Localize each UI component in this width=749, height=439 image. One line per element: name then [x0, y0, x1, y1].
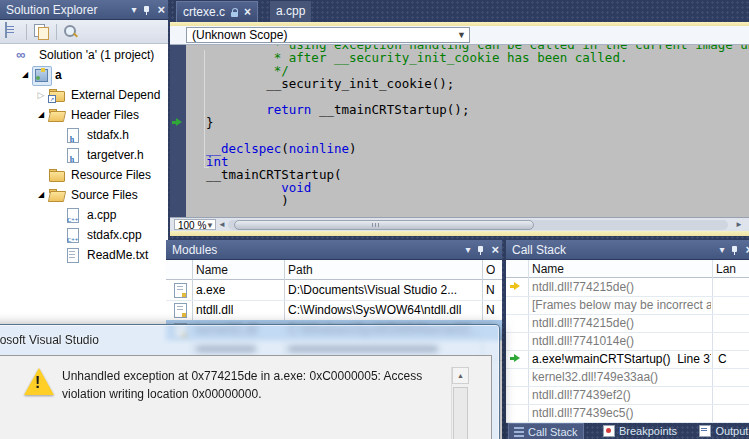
folder-icon: [48, 167, 66, 183]
modules-title: Modules: [172, 243, 217, 257]
tool-tab-call-stack[interactable]: Call Stack: [508, 423, 584, 439]
tool-tab-output[interactable]: Output: [694, 423, 749, 439]
scope-dropdown[interactable]: (Unknown Scope) ▼: [186, 27, 470, 43]
close-icon[interactable]: [491, 240, 499, 260]
auto-hide-pin-icon[interactable]: [142, 5, 151, 16]
properties-icon[interactable]: [4, 23, 21, 40]
stack-frame-row[interactable]: [Frames below may be incorrect and: [506, 296, 749, 315]
stack-frame-row[interactable]: kernel32.dll!749e33aa(): [506, 368, 749, 387]
expanded-expander-icon[interactable]: ◢: [34, 185, 48, 205]
tab-crtexe-c[interactable]: crtexe.c×: [176, 1, 258, 22]
tree-item-label: targetver.h: [82, 145, 144, 165]
modules-header-row[interactable]: Name Path O: [166, 260, 502, 280]
code-line: }: [206, 116, 749, 129]
chevron-down-icon: ▼: [206, 220, 214, 231]
bp-icon: [603, 425, 615, 437]
auto-hide-pin-icon[interactable]: [730, 245, 739, 256]
call-stack-grid: Name Lan ntdll.dll!774215de()[Frames bel…: [506, 260, 749, 423]
modules-titlebar[interactable]: Modules: [166, 240, 502, 260]
window-position-menu-icon[interactable]: [719, 240, 724, 260]
close-icon[interactable]: [157, 0, 165, 20]
tree-item-a-cpp[interactable]: C++a.cpp: [0, 205, 168, 225]
expanded-expander-icon[interactable]: ◢: [34, 105, 48, 125]
tree-item-solution-a-1-project[interactable]: ∞Solution 'a' (1 project): [0, 45, 168, 65]
frame-name-cell: a.exe!wmainCRTStartup() Line 371: [532, 350, 711, 368]
code-line: __declspec(noinline): [206, 142, 749, 155]
column-header-language[interactable]: Lan: [716, 260, 736, 278]
column-header-name[interactable]: Name: [532, 260, 564, 278]
view-class-diagram-icon[interactable]: [62, 23, 79, 40]
stack-frame-row[interactable]: ntdll.dll!7741014e(): [506, 332, 749, 351]
scroll-right-icon[interactable]: ►: [735, 220, 743, 230]
tool-window-tab-strip: Call StackBreakpointsOutput: [506, 423, 749, 439]
tree-item-stdafx-h[interactable]: hstdafx.h: [0, 125, 168, 145]
tab-a-cpp[interactable]: a.cpp: [270, 1, 311, 22]
breakpoint-margin[interactable]: [170, 45, 186, 217]
window-position-menu-icon[interactable]: [131, 0, 136, 20]
chevron-down-icon: ▼: [457, 28, 466, 42]
solution-explorer-titlebar[interactable]: Solution Explorer: [0, 0, 168, 20]
window-position-menu-icon[interactable]: [465, 240, 470, 260]
auto-hide-pin-icon[interactable]: [476, 245, 485, 256]
tree-item-label: External Depend: [66, 85, 160, 105]
stack-frame-row[interactable]: ntdll.dll!774215de(): [506, 314, 749, 333]
solution-icon: ∞: [16, 47, 34, 63]
tree-item-a[interactable]: ◢a: [0, 65, 168, 85]
frame-name-cell: ntdll.dll!7741014e(): [532, 332, 711, 350]
column-header-optimized[interactable]: O: [486, 260, 495, 280]
scroll-left-icon[interactable]: ◄: [218, 220, 226, 230]
collapsed-expander-icon[interactable]: ▷: [34, 85, 48, 105]
show-all-files-icon[interactable]: [33, 23, 50, 40]
current-frame-arrow-icon: [510, 282, 521, 291]
folder-open-icon: [48, 107, 66, 123]
solution-explorer-toolbar: [0, 20, 168, 44]
call-stack-panel: Call Stack Name Lan ntdll.dll!774215de()…: [506, 240, 749, 439]
frame-name-cell: kernel32.dll!749e33aa(): [532, 368, 711, 386]
vs-ide-screen: Solution Explorer ∞Solution 'a' (1 proje…: [0, 0, 749, 439]
cpp-icon: C++: [64, 227, 82, 243]
stack-frame-row[interactable]: a.exe!wmainCRTStartup() Line 371C: [506, 350, 749, 369]
module-icon: [174, 303, 187, 318]
stack-frame-row[interactable]: ntdll.dll!774215de(): [506, 278, 749, 297]
tool-tab-label: Output: [715, 423, 748, 439]
tree-item-source-files[interactable]: ◢Source Files: [0, 185, 168, 205]
out-icon: [699, 425, 711, 437]
tree-item-label: a.cpp: [82, 205, 116, 225]
stack-frame-row[interactable]: ntdll.dll!77439ec5(): [506, 404, 749, 423]
expanded-expander-icon[interactable]: ◢: [18, 65, 32, 85]
horizontal-scrollbar[interactable]: [228, 220, 728, 230]
tab-label: crtexe.c: [183, 2, 225, 23]
document-well-accent-bottom: [170, 231, 749, 236]
tool-tab-breakpoints[interactable]: Breakpoints: [598, 423, 682, 439]
code-line: ): [206, 194, 749, 207]
module-icon: [174, 283, 187, 298]
editor-group: crtexe.c×a.cpp (Unknown Scope) ▼ * using…: [170, 0, 749, 236]
close-icon[interactable]: [745, 240, 749, 260]
tree-item-external-depend[interactable]: ▷↗External Depend: [0, 85, 168, 105]
tree-item-label: Source Files: [66, 185, 138, 205]
tree-item-readme-txt[interactable]: ReadMe.txt: [0, 245, 168, 265]
horizontal-scrollbar-thumb[interactable]: [234, 220, 534, 230]
tree-item-header-files[interactable]: ◢Header Files: [0, 105, 168, 125]
scroll-up-icon[interactable]: ▲: [452, 367, 469, 384]
frame-name-cell: [Frames below may be incorrect and: [532, 296, 711, 314]
stack-frame-row[interactable]: ntdll.dll!77439ef2(): [506, 386, 749, 405]
table-row[interactable]: ntdll.dllC:\Windows\SysWOW64\ntdll.dllN: [166, 300, 502, 321]
frame-name-cell: ntdll.dll!774215de(): [532, 278, 711, 296]
tree-item-resource-files[interactable]: Resource Files: [0, 165, 168, 185]
warning-icon: [24, 368, 54, 395]
tree-item-targetver-h[interactable]: htargetver.h: [0, 145, 168, 165]
close-tab-icon[interactable]: ×: [244, 2, 251, 23]
code-editor[interactable]: * using exception handling can be called…: [170, 45, 749, 217]
column-header-name[interactable]: Name: [196, 260, 228, 280]
call-stack-titlebar[interactable]: Call Stack: [506, 240, 749, 260]
header-icon: h: [64, 147, 82, 163]
editor-bottom-bar: 100 % ▼ ◄ ►: [170, 217, 749, 231]
table-row[interactable]: a.exeD:\Documents\Visual Studio 2...N: [166, 280, 502, 301]
tree-item-label: stdafx.h: [82, 125, 129, 145]
editor-zoom-dropdown[interactable]: 100 % ▼: [174, 219, 216, 230]
dialog-scrollbar-thumb[interactable]: [453, 387, 468, 439]
tree-item-stdafx-cpp[interactable]: C++stdafx.cpp: [0, 225, 168, 245]
dialog-scrollbar[interactable]: ▲: [451, 367, 469, 439]
column-header-path[interactable]: Path: [288, 260, 313, 280]
